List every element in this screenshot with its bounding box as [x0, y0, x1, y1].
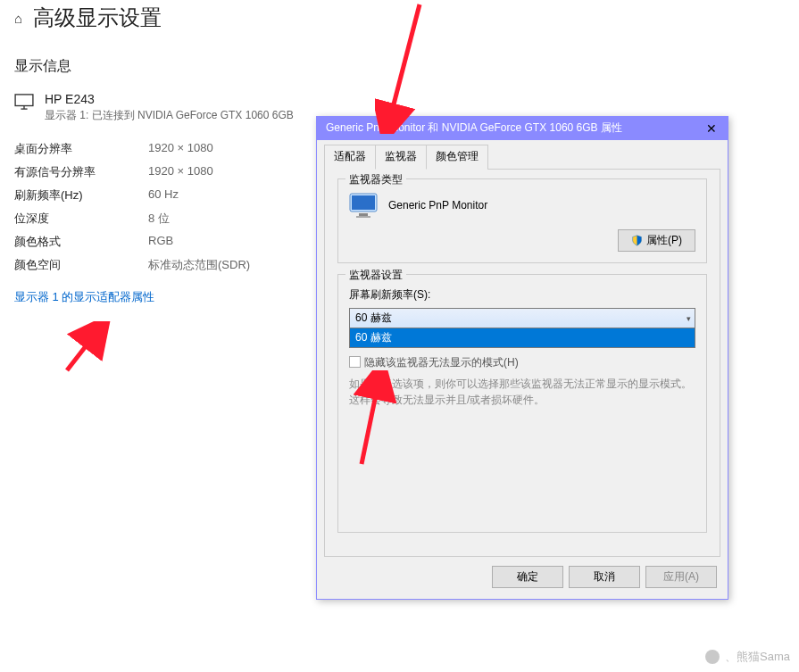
prop-value: 8 位 [148, 211, 170, 227]
prop-label: 有源信号分辨率 [14, 164, 148, 180]
prop-value: RGB [148, 234, 173, 250]
combo-value: 60 赫兹 [355, 311, 392, 324]
refresh-rate-label: 屏幕刷新频率(S): [349, 287, 695, 303]
prop-value: 60 Hz [148, 187, 179, 203]
monitor-type-name: Generic PnP Monitor [388, 199, 487, 212]
hint-text: 如果不复选该项，则你可以选择那些该监视器无法正常显示的显示模式。这样会导致无法显… [349, 376, 695, 408]
checkbox-label: 隐藏该监视器无法显示的模式(H) [364, 355, 519, 370]
prop-label: 颜色格式 [14, 234, 148, 250]
dialog-body: 适配器 监视器 颜色管理 监视器类型 Generic PnP Monitor [317, 140, 728, 599]
properties-button[interactable]: 属性(P) [618, 229, 695, 252]
monitor-settings-group: 监视器设置 屏幕刷新频率(S): 60 赫兹 ▾ 60 赫兹 隐藏该监视器无法显… [337, 274, 707, 533]
tab-monitor[interactable]: 监视器 [375, 145, 427, 170]
watermark: 、熊猫Sama [705, 649, 790, 665]
monitor-type-icon [349, 192, 379, 219]
combo-selected[interactable]: 60 赫兹 ▾ [349, 308, 695, 328]
monitor-desc: 显示器 1: 已连接到 NVIDIA GeForce GTX 1060 6GB [45, 108, 294, 123]
prop-label: 位深度 [14, 211, 148, 227]
dialog-titlebar[interactable]: Generic PnP Monitor 和 NVIDIA GeForce GTX… [317, 117, 728, 140]
properties-button-label: 属性(P) [646, 233, 682, 248]
group-title: 监视器设置 [345, 268, 406, 283]
prop-label: 刷新频率(Hz) [14, 187, 148, 203]
svg-rect-0 [15, 95, 33, 106]
combo-list: 60 赫兹 [349, 328, 695, 348]
tabs: 适配器 监视器 颜色管理 [324, 144, 720, 170]
section-title: 显示信息 [14, 57, 785, 76]
svg-rect-5 [359, 213, 368, 216]
monitor-properties-dialog: Generic PnP Monitor 和 NVIDIA GeForce GTX… [316, 116, 728, 600]
tab-color[interactable]: 颜色管理 [426, 145, 488, 170]
chevron-down-icon: ▾ [687, 314, 691, 323]
prop-label: 桌面分辨率 [14, 141, 148, 157]
close-icon[interactable]: ✕ [701, 121, 722, 136]
monitor-icon [14, 94, 34, 110]
weibo-icon [705, 650, 720, 664]
prop-value: 1920 × 1080 [148, 164, 213, 180]
adapter-properties-link[interactable]: 显示器 1 的显示适配器属性 [14, 290, 154, 303]
shield-icon [631, 235, 643, 246]
hide-modes-checkbox-row[interactable]: 隐藏该监视器无法显示的模式(H) [349, 355, 695, 370]
cancel-button[interactable]: 取消 [569, 566, 640, 588]
checkbox-icon[interactable] [349, 356, 361, 368]
header: ⌂ 高级显示设置 [14, 4, 785, 32]
refresh-rate-combo[interactable]: 60 赫兹 ▾ 60 赫兹 [349, 308, 695, 348]
svg-rect-4 [352, 195, 375, 210]
tab-adapter[interactable]: 适配器 [324, 145, 376, 170]
svg-line-8 [67, 330, 98, 370]
combo-item[interactable]: 60 赫兹 [350, 328, 695, 347]
dialog-buttons: 确定 取消 应用(A) [324, 557, 720, 592]
ok-button[interactable]: 确定 [492, 566, 563, 588]
annotation-arrow-icon [58, 321, 112, 375]
group-title: 监视器类型 [345, 172, 406, 187]
apply-button[interactable]: 应用(A) [645, 566, 717, 588]
monitor-name: HP E243 [45, 92, 294, 106]
watermark-text: 、熊猫Sama [725, 649, 790, 665]
prop-value: 1920 × 1080 [148, 141, 213, 157]
dialog-title: Generic PnP Monitor 和 NVIDIA GeForce GTX… [326, 120, 622, 136]
monitor-type-group: 监视器类型 Generic PnP Monitor [337, 178, 707, 263]
prop-label: 颜色空间 [14, 257, 148, 273]
prop-value: 标准动态范围(SDR) [148, 257, 250, 273]
home-icon[interactable]: ⌂ [14, 11, 22, 26]
svg-rect-6 [356, 216, 370, 218]
page-title: 高级显示设置 [33, 4, 162, 32]
tab-content: 监视器类型 Generic PnP Monitor [324, 170, 720, 557]
